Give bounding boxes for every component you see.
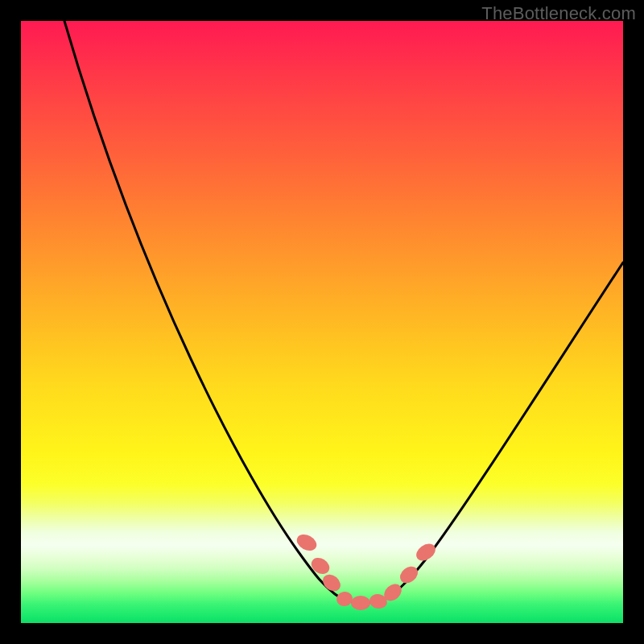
marker-flat-1 <box>336 590 354 607</box>
chart-stage: TheBottleneck.com <box>0 0 644 644</box>
marker-right-mid <box>397 564 421 587</box>
marker-left-mid <box>308 555 332 577</box>
bottleneck-curve <box>64 21 623 603</box>
plot-area <box>21 21 623 623</box>
watermark-text: TheBottleneck.com <box>481 3 636 24</box>
chart-svg <box>21 21 623 623</box>
valley-markers <box>294 531 439 610</box>
marker-flat-2 <box>351 596 370 610</box>
